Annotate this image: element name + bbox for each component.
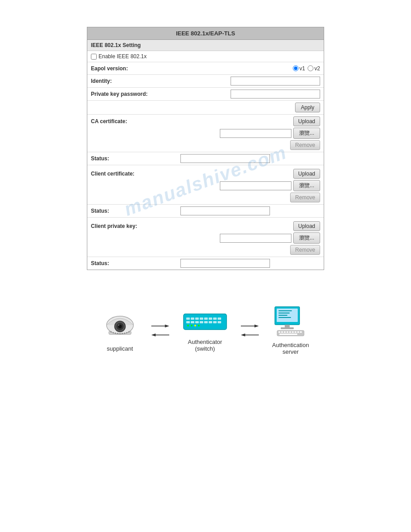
- ca-remove-button[interactable]: Remove: [290, 140, 320, 150]
- svg-rect-26: [213, 317, 217, 320]
- client-cert-file-input[interactable]: [220, 181, 291, 190]
- svg-rect-34: [213, 321, 217, 323]
- svg-rect-20: [186, 317, 190, 320]
- svg-point-6: [110, 331, 111, 332]
- svg-point-37: [191, 325, 193, 326]
- client-cert-browse-button[interactable]: 瀏覽...: [293, 180, 320, 191]
- arrow-auth-server: [241, 322, 259, 339]
- client-key-status-input[interactable]: [180, 259, 270, 268]
- identity-input[interactable]: [231, 77, 320, 86]
- eapol-v1-radio[interactable]: [293, 65, 299, 71]
- svg-rect-22: [195, 317, 199, 320]
- panel-title: IEEE 802.1x/EAP-TLS: [87, 27, 324, 40]
- svg-marker-41: [254, 325, 259, 327]
- client-key-status-row: Status:: [87, 257, 324, 270]
- svg-rect-32: [204, 321, 208, 323]
- svg-rect-60: [278, 313, 290, 313]
- client-key-status-label: Status:: [91, 260, 180, 266]
- ca-cert-label: CA certificate:: [91, 118, 180, 124]
- identity-control: [180, 77, 320, 86]
- authenticator-item: Authenticator(switch): [183, 309, 227, 352]
- ca-cert-file-input[interactable]: [220, 129, 291, 138]
- client-key-section: Client private key: Upload 瀏覽... Remove: [87, 219, 324, 257]
- svg-rect-48: [277, 330, 304, 336]
- private-key-input[interactable]: [231, 90, 320, 99]
- arrow-supplicant-auth: [151, 322, 169, 339]
- svg-rect-28: [186, 321, 190, 323]
- client-cert-section: Client certificate: Upload 瀏覽... Remove: [87, 167, 324, 205]
- svg-point-39: [198, 325, 200, 326]
- svg-point-14: [128, 331, 129, 332]
- svg-rect-55: [295, 331, 296, 333]
- client-key-file-input[interactable]: [220, 234, 291, 243]
- arrow-right-2-icon: [241, 322, 259, 330]
- switch-icon: [183, 309, 227, 334]
- client-key-browse-button[interactable]: 瀏覽...: [293, 232, 320, 244]
- ca-status-row: Status:: [87, 152, 324, 165]
- client-key-browse-row: 瀏覽...: [91, 232, 320, 244]
- server-icon: [273, 306, 308, 337]
- svg-rect-31: [200, 321, 203, 323]
- svg-point-10: [119, 333, 120, 334]
- svg-rect-62: [278, 317, 291, 318]
- ca-status-input[interactable]: [180, 154, 270, 163]
- private-key-label: Private key password:: [91, 91, 180, 97]
- identity-label: Identity:: [91, 78, 180, 84]
- eapol-row: Eapol version: v1 v2: [87, 62, 324, 75]
- client-key-upload-button[interactable]: Upload: [293, 221, 320, 231]
- client-cert-browse-row: 瀏覽...: [91, 180, 320, 191]
- svg-point-9: [117, 333, 118, 334]
- eapol-label: Eapol version:: [91, 65, 180, 72]
- apply-row: Apply: [87, 101, 324, 115]
- svg-point-5: [118, 324, 119, 326]
- section-header: IEEE 802.1x Setting: [87, 40, 324, 51]
- svg-rect-56: [297, 331, 299, 333]
- svg-point-12: [124, 332, 125, 334]
- arrow-left-icon: [151, 331, 169, 339]
- apply-button[interactable]: Apply: [295, 103, 320, 112]
- ca-upload-button[interactable]: Upload: [293, 116, 320, 126]
- enable-label: Enable IEEE 802.1x: [98, 53, 146, 60]
- svg-point-7: [112, 332, 114, 333]
- camera-icon: [102, 309, 138, 341]
- svg-rect-57: [300, 331, 302, 333]
- client-cert-status-input[interactable]: [180, 206, 270, 215]
- enable-ieee-checkbox[interactable]: [91, 54, 97, 60]
- svg-point-8: [115, 332, 116, 334]
- eapol-controls: v1 v2: [180, 65, 320, 72]
- private-key-row: Private key password:: [87, 88, 324, 101]
- svg-rect-52: [287, 331, 288, 333]
- client-cert-remove-row: Remove: [91, 193, 320, 202]
- client-cert-status-label: Status:: [91, 208, 180, 214]
- svg-rect-53: [289, 331, 291, 333]
- auth-server-item: Authenticationserver: [272, 306, 309, 355]
- svg-rect-54: [292, 331, 294, 333]
- ca-browse-button[interactable]: 瀏覽...: [293, 128, 320, 139]
- eapol-v2-label[interactable]: v2: [308, 65, 320, 72]
- client-cert-remove-button[interactable]: Remove: [290, 193, 320, 202]
- svg-rect-21: [191, 317, 194, 320]
- arrow-right-icon: [151, 322, 169, 330]
- svg-point-38: [194, 325, 196, 326]
- client-key-remove-row: Remove: [91, 245, 320, 255]
- svg-rect-58: [279, 334, 297, 335]
- ca-cert-top-row: CA certificate: Upload: [91, 116, 320, 126]
- ieee-settings-panel: IEEE 802.1x/EAP-TLS IEEE 802.1x Setting …: [87, 27, 324, 270]
- svg-rect-29: [191, 321, 194, 323]
- client-cert-upload-button[interactable]: Upload: [293, 169, 320, 179]
- eapol-v1-label[interactable]: v1: [293, 65, 305, 72]
- client-cert-top-row: Client certificate: Upload: [91, 169, 320, 179]
- client-key-top-row: Client private key: Upload: [91, 221, 320, 231]
- svg-rect-33: [209, 321, 212, 323]
- svg-marker-16: [165, 325, 169, 327]
- ca-cert-section: CA certificate: Upload 瀏覽... Remove: [87, 115, 324, 152]
- svg-rect-51: [284, 331, 286, 333]
- authenticator-label: Authenticator(switch): [188, 339, 222, 352]
- svg-rect-49: [278, 331, 280, 333]
- private-key-control: [180, 90, 320, 99]
- supplicant-item: supplicant: [102, 309, 138, 352]
- identity-row: Identity:: [87, 75, 324, 88]
- arrow-left-2-icon: [241, 331, 259, 339]
- eapol-v2-radio[interactable]: [308, 65, 313, 71]
- client-key-remove-button[interactable]: Remove: [290, 245, 320, 255]
